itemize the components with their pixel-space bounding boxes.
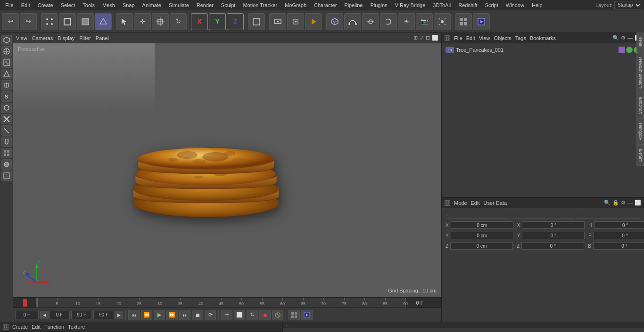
object-row-tree-pancakes[interactable]: Lo Tree_Pancakes_001 [444,45,642,55]
menu-select[interactable]: Select [58,1,79,9]
undo-button[interactable]: ↩ [2,13,19,30]
camera-button[interactable]: 📷 [416,13,433,30]
menu-script[interactable]: Script [482,1,502,9]
menu-mograph[interactable]: MoGraph [281,1,310,9]
transport-go-end[interactable]: ⏭ [179,310,190,320]
attr-lock-icon[interactable]: 🔒 [612,200,619,206]
redo-button[interactable]: ↪ [20,13,37,30]
object-tag-purple[interactable] [619,47,625,53]
viewport-cameras-menu[interactable]: Cameras [32,35,53,41]
transport-auto-key[interactable] [272,310,283,320]
object-mode-button[interactable] [95,13,112,30]
timeline-ruler[interactable]: 051015202530354045505560657075808590 [37,298,405,308]
transport-loop[interactable]: ⟳ [205,310,216,320]
menu-redshift[interactable]: Redshift [455,1,480,9]
transport-move-tool[interactable]: ✛ [221,310,232,320]
light-button[interactable]: ☀ [398,13,415,30]
menu-create[interactable]: Create [34,1,57,9]
nurbs-button[interactable] [362,13,379,30]
spline-button[interactable] [344,13,361,30]
attr-minimize-icon[interactable]: — [627,200,633,206]
viewport[interactable]: Perspective Grid Spacing : 10 cm X Y Z [13,43,441,297]
scale-tool-button[interactable] [152,13,169,30]
layers-tab[interactable]: Layers [636,145,644,166]
object-button[interactable] [248,13,265,30]
transport-record[interactable]: ⏺ [259,310,271,320]
transport-preview-end[interactable] [93,311,114,319]
menu-snap[interactable]: Snap [119,1,138,9]
points-mode-button[interactable] [41,13,58,30]
menu-pipeline[interactable]: Pipeline [341,1,366,9]
sidebar-s-btn[interactable]: S [1,91,12,102]
transport-go-start[interactable]: ⏮ [128,310,140,320]
obj-view-menu[interactable]: View [479,35,490,41]
edges-mode-button[interactable] [59,13,76,30]
viewport-display-menu[interactable]: Display [58,35,74,41]
timeline-expand[interactable] [434,298,441,308]
deformer-button[interactable] [380,13,397,30]
menu-3dtoall[interactable]: 3DToAll [429,1,454,9]
attr-z-pos-input[interactable] [450,242,513,250]
menu-plugins[interactable]: Plugins [367,1,390,9]
obj-edit-menu[interactable]: Edit [466,35,475,41]
transport-current-frame[interactable] [15,311,39,319]
transport-scale-tool[interactable]: ⬜ [234,310,245,320]
transport-play[interactable]: ▶ [154,310,165,320]
menu-edit[interactable]: Edit [18,1,33,9]
content-browser-tab[interactable]: Content Browser [636,53,644,93]
move-tool-button[interactable]: ✛ [134,13,151,30]
mat-function-menu[interactable]: Function [44,324,64,330]
transport-rotate-tool[interactable]: ↻ [247,310,258,320]
rotate-tool-button[interactable]: ↻ [170,13,187,30]
layout-dropdown[interactable]: Startup [614,1,642,9]
mat-create-menu[interactable]: Create [12,324,28,330]
menu-character[interactable]: Character [311,1,340,9]
menu-simulate[interactable]: Simulate [165,1,192,9]
sidebar-brush-btn[interactable] [1,170,12,181]
viewport-panel-menu[interactable]: Panel [96,35,109,41]
viewport-filter-menu[interactable]: Filter [79,35,91,41]
attr-userdata-menu[interactable]: User Data [484,200,507,206]
display-mode-button[interactable] [455,13,472,30]
timeline-playhead-marker[interactable] [23,299,27,307]
structure-tab[interactable]: Structure [636,93,644,119]
attr-x-pos-input[interactable] [451,221,513,229]
poly-mode-button[interactable] [77,13,94,30]
select-tool-button[interactable] [116,13,133,30]
transport-render-view-btn[interactable] [301,310,313,320]
sidebar-knife-btn[interactable] [1,125,12,136]
sidebar-magnet-btn[interactable] [1,137,12,147]
attr-y-pos-input[interactable] [451,232,513,239]
menu-window[interactable]: Window [503,1,528,9]
viewport-icon-4[interactable]: ⬜ [432,35,438,41]
cube-button[interactable] [326,13,343,30]
attr-mode-menu[interactable]: Mode [454,200,467,206]
sidebar-tool-btn[interactable] [1,114,12,124]
obj-file-menu[interactable]: File [454,35,462,41]
x-axis-button[interactable]: X [191,13,208,30]
transport-end-frame[interactable] [71,311,92,319]
transport-start-frame[interactable] [49,311,70,319]
mat-drag[interactable] [3,324,8,330]
transport-step-forward[interactable]: ⏩ [166,310,178,320]
obj-manager-drag[interactable] [445,35,450,41]
attr-y-rot-input[interactable] [522,232,585,239]
render-button[interactable] [305,13,322,30]
viewport-icon-2[interactable]: ⤢ [420,35,424,41]
attr-settings-icon[interactable]: ⚙ [621,200,626,206]
render-region-button[interactable] [269,13,286,30]
attr-x-rot-input[interactable] [522,221,585,229]
obj-settings-icon[interactable]: ⚙ [621,35,626,41]
menu-motion-tracker[interactable]: Motion Tracker [239,1,281,9]
z-axis-button[interactable]: Z [227,13,244,30]
obj-bookmarks-menu[interactable]: Bookmarks [530,35,556,41]
viewport-view-menu[interactable]: View [16,35,27,41]
transport-grid-btn[interactable] [289,310,300,320]
menu-help[interactable]: Help [528,1,546,9]
sidebar-paint-btn[interactable] [1,46,12,57]
obj-objects-menu[interactable]: Objects [494,35,511,41]
object-tag-green[interactable] [626,47,633,53]
menu-vray[interactable]: V-Ray Bridge [392,1,429,9]
sidebar-texture-btn[interactable] [1,57,12,68]
attr-search-icon[interactable]: 🔍 [604,200,611,206]
